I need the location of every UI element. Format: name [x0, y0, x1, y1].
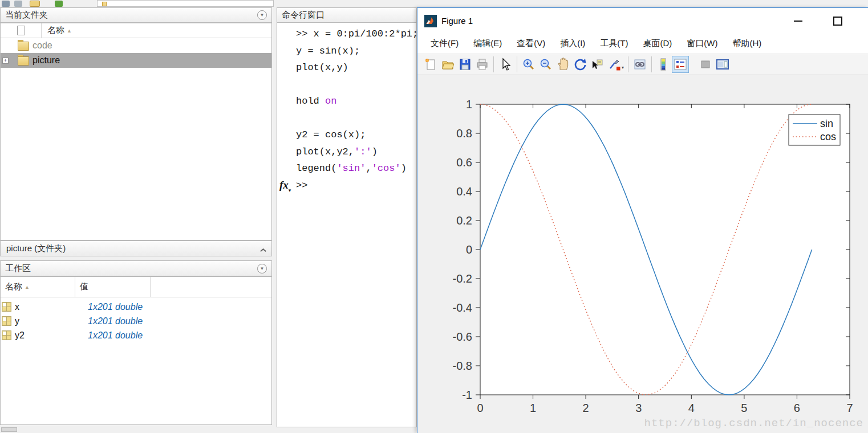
- x-tick-label: 0: [477, 402, 483, 414]
- folder-item-picture[interactable]: +picture: [1, 53, 271, 68]
- y-tick-label: -0.4: [453, 301, 472, 314]
- y-tick-label: -0.8: [453, 360, 472, 372]
- status-bar-chip: [1, 427, 17, 432]
- workspace-menu-icon[interactable]: ▼: [257, 264, 267, 273]
- command-window[interactable]: >> x = 0:pi/100:2*pi;y = sin(x);plot(x,y…: [277, 23, 417, 427]
- workspace-variable-x[interactable]: x1x201 double: [1, 300, 271, 314]
- menu-desktop[interactable]: 桌面(D): [635, 35, 679, 52]
- ws-value-column[interactable]: 值: [75, 277, 151, 297]
- code-text: y2 = cos(x);: [296, 129, 366, 140]
- code-string: on: [325, 96, 336, 107]
- axes-box: [480, 104, 850, 395]
- back-arrow-icon[interactable]: [2, 1, 10, 7]
- command-line: hold on: [296, 93, 336, 109]
- show-plot-tools-button[interactable]: [714, 56, 731, 73]
- maximize-button[interactable]: [825, 8, 851, 34]
- menu-help[interactable]: 帮助(H): [725, 35, 769, 52]
- browse-icon[interactable]: [55, 1, 63, 7]
- y-tick-label: 0.8: [456, 127, 472, 140]
- pointer-icon: [498, 58, 512, 71]
- current-folder-header[interactable]: 当前文件夹 ▼: [0, 7, 272, 23]
- expand-icon[interactable]: +: [2, 58, 9, 64]
- workspace-header[interactable]: 工作区 ▼: [0, 260, 272, 276]
- minimize-icon: [794, 21, 802, 22]
- workspace-variable-y[interactable]: y1x201 double: [1, 314, 271, 328]
- brush-dropdown-icon[interactable]: ▾: [622, 65, 624, 70]
- folder-item-code[interactable]: code: [1, 38, 271, 53]
- file-type-column[interactable]: [1, 23, 42, 38]
- zoom-out-button[interactable]: [537, 56, 554, 73]
- forward-arrow-icon[interactable]: [14, 1, 22, 7]
- brush-button[interactable]: [606, 56, 623, 73]
- y-tick-label: 0.4: [456, 185, 472, 198]
- command-line: plot(x,y): [296, 59, 348, 76]
- print-figure-button[interactable]: [473, 56, 490, 73]
- command-line: >> x = 0:pi/100:2*pi;: [296, 26, 417, 42]
- minimize-button[interactable]: [785, 8, 811, 34]
- code-text: ,: [366, 163, 371, 174]
- data-cursor-button[interactable]: [589, 56, 606, 73]
- print-figure-icon: [475, 58, 489, 71]
- file-browser: 名称 ▲ code+picture: [0, 23, 272, 240]
- folder-item-label: picture: [33, 55, 60, 66]
- rotate-3d-icon: [573, 58, 587, 71]
- sort-ascending-icon: ▲: [67, 28, 72, 34]
- save-figure-icon: [458, 58, 472, 71]
- rotate-3d-button[interactable]: [571, 56, 589, 73]
- link-plots-button[interactable]: [631, 56, 648, 73]
- data-cursor-icon: [590, 58, 604, 71]
- code-text: >> x = 0:pi/100:2*pi;: [296, 28, 417, 39]
- x-tick-label: 4: [688, 402, 695, 414]
- menu-insert[interactable]: 插入(I): [553, 35, 593, 52]
- zoom-in-button[interactable]: [520, 56, 537, 73]
- colorbar-button[interactable]: [655, 56, 672, 73]
- variable-name: y: [15, 316, 88, 326]
- collapse-chevron-icon[interactable]: [260, 247, 266, 250]
- workspace-column-header[interactable]: 名称 ▲ 值: [1, 277, 271, 297]
- command-prompt[interactable]: >>: [296, 177, 307, 194]
- save-figure-button[interactable]: [456, 56, 473, 73]
- folder-icon: [18, 42, 28, 50]
- name-column-label[interactable]: 名称: [42, 25, 64, 36]
- command-window-header[interactable]: 命令行窗口: [277, 7, 417, 23]
- toolbar-separator: [493, 56, 494, 72]
- panel-menu-icon[interactable]: ▼: [257, 10, 267, 20]
- fx-function-hint-icon[interactable]: fx▾: [279, 179, 291, 193]
- show-plot-tools-icon: [716, 58, 729, 71]
- sin-cos-chart[interactable]: 01234567-1-0.8-0.6-0.4-0.200.20.40.60.81…: [417, 75, 868, 433]
- command-line: y = sin(x);: [296, 43, 360, 59]
- ws-empty-column: [151, 277, 271, 297]
- up-folder-icon[interactable]: [30, 1, 40, 7]
- brush-icon: [607, 58, 621, 71]
- toolbar-separator: [651, 56, 652, 72]
- open-file-button[interactable]: [439, 56, 456, 73]
- desktop-top-toolbar: [0, 0, 868, 7]
- figure-plot-area: 01234567-1-0.8-0.6-0.4-0.200.20.40.60.81…: [417, 75, 868, 433]
- menu-file[interactable]: 文件(F): [423, 35, 466, 52]
- menu-view[interactable]: 查看(V): [509, 35, 553, 52]
- folder-details-label: picture (文件夹): [6, 243, 260, 254]
- menu-edit[interactable]: 编辑(E): [466, 35, 509, 52]
- x-tick-label: 1: [530, 402, 536, 414]
- maximize-icon: [833, 17, 842, 26]
- folder-details-bar[interactable]: picture (文件夹): [0, 240, 272, 256]
- pointer-button[interactable]: [497, 56, 514, 73]
- new-figure-button[interactable]: [422, 56, 439, 73]
- menu-window[interactable]: 窗口(W): [679, 35, 725, 52]
- hide-plot-tools-icon: [699, 58, 712, 71]
- workspace-variable-y2[interactable]: y21x201 double: [1, 328, 271, 342]
- code-string: 'sin': [336, 163, 366, 174]
- pan-button[interactable]: [554, 56, 571, 73]
- variable-value: 1x201 double: [88, 302, 143, 312]
- file-list-column-header[interactable]: 名称 ▲: [1, 23, 271, 38]
- menu-tools[interactable]: 工具(T): [593, 35, 635, 52]
- y-tick-label: 0: [466, 243, 472, 256]
- address-bar[interactable]: [97, 0, 274, 7]
- hide-plot-tools-button[interactable]: [697, 56, 714, 73]
- legend-toggle-button[interactable]: [672, 56, 689, 73]
- y-tick-label: 0.6: [456, 156, 472, 169]
- figure-titlebar[interactable]: Figure 1: [417, 8, 868, 34]
- ws-name-column[interactable]: 名称 ▲: [1, 277, 75, 297]
- matrix-icon: [2, 302, 11, 312]
- current-folder-title: 当前文件夹: [5, 10, 257, 21]
